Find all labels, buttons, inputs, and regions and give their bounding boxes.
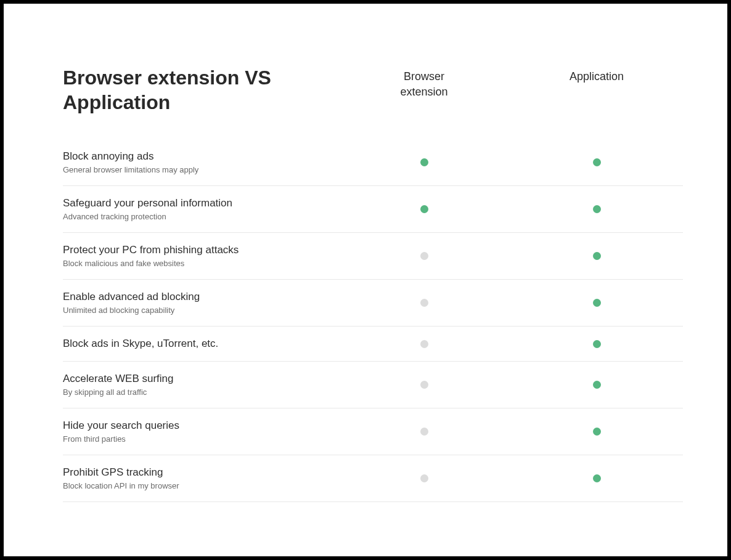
feature-title: Block annoying ads — [63, 150, 338, 163]
application-cell — [510, 428, 683, 436]
feature-label: Enable advanced ad blockingUnlimited ad … — [63, 291, 338, 315]
column-header-application: Application — [510, 65, 683, 84]
status-dot-disabled-icon — [420, 299, 428, 307]
application-cell — [510, 158, 683, 166]
column-header-extension: Browser extension — [338, 65, 510, 100]
status-dot-disabled-icon — [420, 428, 428, 436]
application-cell — [510, 340, 683, 348]
feature-subtitle: Unlimited ad blocking capability — [63, 306, 338, 315]
feature-label: Prohibit GPS trackingBlock location API … — [63, 466, 338, 490]
feature-title: Prohibit GPS tracking — [63, 466, 338, 479]
feature-title: Block ads in Skype, uTorrent, etc. — [63, 338, 338, 350]
feature-label: Accelerate WEB surfingBy skipping all ad… — [63, 373, 338, 397]
status-dot-enabled-icon — [420, 158, 428, 166]
feature-row: Block annoying adsGeneral browser limita… — [63, 139, 683, 186]
application-cell — [510, 474, 683, 482]
feature-label: Block ads in Skype, uTorrent, etc. — [63, 338, 338, 350]
extension-cell — [338, 428, 510, 436]
status-dot-enabled-icon — [593, 381, 601, 389]
feature-label: Safeguard your personal informationAdvan… — [63, 197, 338, 221]
status-dot-disabled-icon — [420, 252, 428, 260]
extension-cell — [338, 158, 510, 166]
status-dot-disabled-icon — [420, 474, 428, 482]
feature-subtitle: General browser limitations may apply — [63, 165, 338, 174]
feature-row: Protect your PC from phishing attacksBlo… — [63, 233, 683, 280]
extension-cell — [338, 474, 510, 482]
application-cell — [510, 252, 683, 260]
comparison-table: Block annoying adsGeneral browser limita… — [63, 139, 683, 502]
feature-subtitle: From third parties — [63, 434, 338, 444]
feature-subtitle: Block location API in my browser — [63, 481, 338, 490]
status-dot-disabled-icon — [420, 381, 428, 389]
feature-label: Protect your PC from phishing attacksBlo… — [63, 244, 338, 268]
feature-label: Hide your search queriesFrom third parti… — [63, 420, 338, 444]
feature-subtitle: By skipping all ad traffic — [63, 388, 338, 397]
feature-subtitle: Advanced tracking protection — [63, 212, 338, 221]
extension-cell — [338, 252, 510, 260]
feature-subtitle: Block malicious and fake websites — [63, 259, 338, 268]
extension-cell — [338, 340, 510, 348]
comparison-header: Browser extension VS Application Browser… — [63, 65, 683, 115]
application-cell — [510, 299, 683, 307]
status-dot-enabled-icon — [593, 205, 601, 213]
feature-row: Accelerate WEB surfingBy skipping all ad… — [63, 362, 683, 408]
extension-cell — [338, 299, 510, 307]
feature-row: Safeguard your personal informationAdvan… — [63, 186, 683, 233]
feature-label: Block annoying adsGeneral browser limita… — [63, 150, 338, 174]
application-cell — [510, 205, 683, 213]
status-dot-enabled-icon — [593, 252, 601, 260]
feature-title: Safeguard your personal information — [63, 197, 338, 209]
feature-row: Prohibit GPS trackingBlock location API … — [63, 455, 683, 502]
status-dot-enabled-icon — [593, 428, 601, 436]
feature-title: Protect your PC from phishing attacks — [63, 244, 338, 256]
feature-title: Enable advanced ad blocking — [63, 291, 338, 303]
feature-row: Enable advanced ad blockingUnlimited ad … — [63, 280, 683, 327]
feature-title: Hide your search queries — [63, 420, 338, 432]
status-dot-enabled-icon — [593, 340, 601, 348]
page-title: Browser extension VS Application — [63, 65, 285, 115]
status-dot-enabled-icon — [593, 299, 601, 307]
feature-title: Accelerate WEB surfing — [63, 373, 338, 385]
status-dot-disabled-icon — [420, 340, 428, 348]
status-dot-enabled-icon — [420, 205, 428, 213]
status-dot-enabled-icon — [593, 158, 601, 166]
application-cell — [510, 381, 683, 389]
extension-cell — [338, 381, 510, 389]
feature-row: Hide your search queriesFrom third parti… — [63, 408, 683, 455]
feature-row: Block ads in Skype, uTorrent, etc. — [63, 327, 683, 362]
extension-cell — [338, 205, 510, 213]
status-dot-enabled-icon — [593, 474, 601, 482]
